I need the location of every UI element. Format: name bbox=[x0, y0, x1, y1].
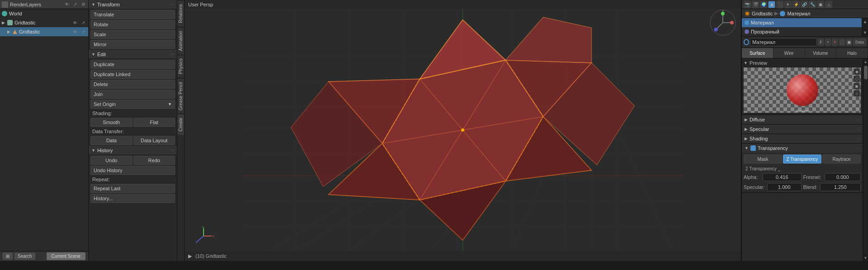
material-icon[interactable]: ◆ bbox=[768, 1, 775, 8]
scroll-down-icon[interactable]: ▼ bbox=[863, 30, 868, 35]
shading-title: Shading bbox=[749, 136, 854, 141]
constraints-icon[interactable]: 🔗 bbox=[801, 1, 808, 8]
diffuse-section-header[interactable]: ▶ Diffuse ··· bbox=[742, 115, 863, 124]
object-icon[interactable]: ▣ bbox=[817, 1, 824, 8]
modifiers-icon[interactable]: 🔧 bbox=[809, 1, 816, 8]
set-origin-dropdown[interactable]: Set Origin ▼ bbox=[90, 100, 175, 109]
undo-history-button[interactable]: Undo History bbox=[90, 166, 175, 175]
repeat-last-button[interactable]: Repeat Last bbox=[90, 184, 175, 193]
preview-ctrl-icon-3[interactable]: ▣ bbox=[854, 83, 860, 89]
alpha-value[interactable]: 0.416 bbox=[763, 173, 802, 181]
side-tab-grease-pencil[interactable]: Grease Pencil bbox=[177, 78, 184, 114]
data-button[interactable]: Data bbox=[90, 136, 133, 145]
mirror-button[interactable]: Mirror bbox=[90, 40, 175, 49]
search-button[interactable]: Search bbox=[14, 253, 35, 260]
transparency-checkbox[interactable] bbox=[750, 145, 756, 151]
browse-material-button[interactable]: F bbox=[818, 39, 824, 46]
viewport-3d bbox=[185, 9, 741, 251]
right-scroll-up-icon[interactable]: ▲ bbox=[863, 59, 868, 64]
undo-button[interactable]: Undo bbox=[90, 156, 133, 165]
translate-button[interactable]: Translate bbox=[90, 10, 175, 19]
data-layout-button[interactable]: Data Layout bbox=[133, 136, 175, 145]
duplicate-linked-button[interactable]: Duplicate Linked bbox=[90, 70, 175, 79]
side-tab-physics[interactable]: Physics bbox=[177, 54, 184, 77]
rotate-button[interactable]: Rotate bbox=[90, 20, 175, 29]
world-icon[interactable]: 🌍 bbox=[760, 1, 767, 8]
outliner-item-object[interactable]: ▶ Gridtastic 👁 ↗ bbox=[0, 27, 88, 36]
outliner-item-world[interactable]: World bbox=[0, 9, 88, 18]
delete-button[interactable]: Delete bbox=[90, 80, 175, 89]
history-button[interactable]: History... bbox=[90, 194, 175, 203]
texture-icon[interactable]: ⬛ bbox=[776, 1, 783, 8]
scene-cursor-icon[interactable]: ↗ bbox=[80, 19, 86, 26]
viewport[interactable]: User Persp X Z Y bbox=[185, 0, 741, 261]
outliner-cursor-icon[interactable]: ↗ bbox=[72, 1, 78, 8]
outliner-item-scene[interactable]: ▶ Gridtastic 👁 ↗ bbox=[0, 18, 88, 27]
duplicate-button[interactable]: Duplicate bbox=[90, 60, 175, 69]
scroll-up-icon[interactable]: ▲ bbox=[863, 19, 868, 24]
preview-ctrl-icon-2[interactable]: ⬡ bbox=[854, 76, 860, 82]
right-panel-content: ▼ Preview ◉ ⬡ ▣ ⌂ bbox=[742, 58, 863, 261]
blend-value[interactable]: 1.250 bbox=[820, 183, 861, 191]
scale-button[interactable]: Scale bbox=[90, 30, 175, 39]
object-label: Gridtastic bbox=[19, 29, 70, 34]
add-material-button[interactable]: + bbox=[825, 39, 831, 46]
side-tab-relations[interactable]: Relations bbox=[177, 0, 184, 27]
svg-text:Z: Z bbox=[722, 10, 724, 13]
materials-section: Материал Прозрачный ▲ ▼ bbox=[742, 18, 868, 37]
scene-icon[interactable]: 🎬 bbox=[752, 1, 759, 8]
smooth-button[interactable]: Smooth bbox=[90, 118, 133, 127]
render-icon[interactable]: 📷 bbox=[744, 1, 751, 8]
trans-tab-z-transparency[interactable]: Z Transparency bbox=[783, 154, 821, 164]
edit-section-header[interactable]: ▼ Edit ··· bbox=[89, 50, 177, 59]
outliner-eye-icon[interactable]: 👁 bbox=[64, 1, 70, 8]
history-arrow-icon: ▼ bbox=[91, 148, 95, 153]
side-tab-animation[interactable]: Animation bbox=[177, 27, 184, 54]
remove-material-button[interactable]: ✕ bbox=[832, 39, 838, 46]
particles-icon[interactable]: ✦ bbox=[784, 1, 792, 8]
tools-panel: ▼ Transform ··· Translate Rotate Scale M… bbox=[89, 0, 177, 261]
material-item-0[interactable]: Материал bbox=[742, 18, 862, 27]
flat-button[interactable]: Flat bbox=[133, 118, 175, 127]
physics-icon[interactable]: ⚡ bbox=[792, 1, 800, 8]
object-cursor-icon[interactable]: ↗ bbox=[80, 29, 86, 35]
tab-wire[interactable]: Wire bbox=[773, 48, 805, 58]
data-transfer-label: Data Transfer: bbox=[92, 129, 124, 134]
transform-section-header[interactable]: ▼ Transform ··· bbox=[89, 0, 177, 9]
shading-label-row: Shading: bbox=[89, 110, 177, 117]
paste-material-button[interactable]: ▣ bbox=[846, 39, 852, 46]
redo-button[interactable]: Redo bbox=[133, 156, 175, 165]
join-button[interactable]: Join bbox=[90, 90, 175, 99]
blend-label: Blend: bbox=[803, 184, 819, 190]
trans-tab-raytrace[interactable]: Raytrace bbox=[822, 154, 861, 164]
specular-section-header[interactable]: ▶ Specular ··· bbox=[742, 125, 863, 134]
copy-material-button[interactable]: ⬚ bbox=[839, 39, 845, 46]
specular-value[interactable]: 1.000 bbox=[767, 183, 802, 191]
nav-widget[interactable]: X Z Y bbox=[709, 9, 736, 36]
transform-arrow-icon: ▼ bbox=[91, 2, 95, 7]
data-icon[interactable]: △ bbox=[825, 1, 832, 8]
material-name-field[interactable] bbox=[750, 38, 817, 46]
material-item-1[interactable]: Прозрачный bbox=[742, 27, 862, 36]
preview-ctrl-icon-1[interactable]: ◉ bbox=[854, 68, 860, 75]
fresnel-value[interactable]: 0.000 bbox=[825, 173, 861, 181]
object-eye-icon[interactable]: 👁 bbox=[72, 29, 78, 35]
preview-ctrl-icon-4[interactable]: ⌂ bbox=[854, 90, 860, 96]
scene-eye-icon[interactable]: 👁 bbox=[72, 19, 78, 26]
data-dropdown[interactable]: Data bbox=[853, 39, 866, 46]
right-scroll-thumb[interactable] bbox=[864, 66, 868, 79]
tab-surface[interactable]: Surface bbox=[742, 48, 773, 58]
side-tab-create[interactable]: Create bbox=[177, 114, 184, 135]
outliner-settings-icon[interactable]: ⚙ bbox=[80, 1, 86, 8]
tab-volume[interactable]: Volume bbox=[805, 48, 837, 58]
history-section-title: History bbox=[97, 148, 169, 153]
history-section-header[interactable]: ▼ History ··· bbox=[89, 146, 177, 155]
shading-section-header[interactable]: ▶ Shading ··· bbox=[742, 134, 863, 143]
tab-halo[interactable]: Halo bbox=[836, 48, 868, 58]
trans-tab-mask[interactable]: Mask bbox=[744, 154, 782, 164]
add-item-button[interactable]: ⊞ bbox=[3, 253, 13, 260]
current-scene-tab[interactable]: Current Scene bbox=[47, 252, 85, 260]
transparency-section-header[interactable]: ▼ Transparency ··· bbox=[742, 144, 863, 153]
right-scroll-down-icon[interactable]: ▼ bbox=[863, 256, 868, 260]
breadcrumb-gridtastic: Gridtastic bbox=[752, 11, 773, 16]
